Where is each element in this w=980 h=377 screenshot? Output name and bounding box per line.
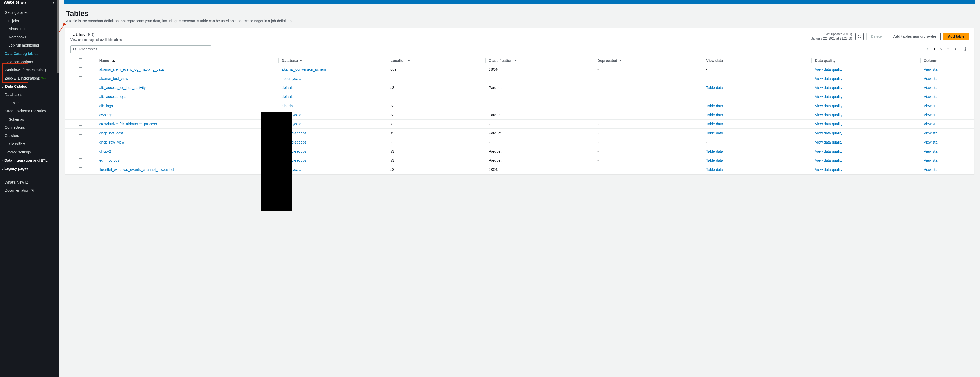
- page-3[interactable]: 3: [945, 46, 951, 52]
- data-quality-link[interactable]: View data quality: [815, 76, 842, 81]
- delete-button[interactable]: Delete: [866, 33, 886, 40]
- nav-section-data-integration[interactable]: Data Integration and ETL: [0, 156, 59, 165]
- table-name-link[interactable]: alb_logs: [99, 104, 113, 108]
- col-database[interactable]: Database: [278, 56, 387, 65]
- data-quality-link[interactable]: View data quality: [815, 140, 842, 144]
- nav-notebooks[interactable]: Notebooks: [0, 33, 59, 41]
- filter-tables-input[interactable]: [70, 45, 211, 53]
- database-link[interactable]: alb_db: [282, 104, 293, 108]
- view-stats-link[interactable]: View sta: [924, 167, 938, 172]
- nav-catalog-settings[interactable]: Catalog settings: [0, 148, 59, 156]
- row-checkbox[interactable]: [79, 67, 83, 71]
- data-quality-link[interactable]: View data quality: [815, 95, 842, 99]
- add-tables-crawler-button[interactable]: Add tables using crawler: [889, 33, 941, 40]
- table-name-link[interactable]: alb_access_log_http_activity: [99, 86, 146, 90]
- database-link[interactable]: default: [282, 95, 293, 99]
- view-stats-link[interactable]: View sta: [924, 131, 938, 135]
- view-stats-link[interactable]: View sta: [924, 67, 938, 72]
- database-link[interactable]: securitydata: [282, 76, 301, 81]
- col-view-data[interactable]: View data: [703, 56, 812, 65]
- data-quality-link[interactable]: View data quality: [815, 86, 842, 90]
- nav-workflows[interactable]: Workflows (orchestration): [0, 66, 59, 74]
- data-quality-link[interactable]: View data quality: [815, 104, 842, 108]
- select-all-checkbox[interactable]: [79, 58, 83, 62]
- database-link[interactable]: securitydata: [282, 122, 301, 126]
- table-name-link[interactable]: dhcpv2: [99, 149, 111, 153]
- nav-zero-etl[interactable]: Zero-ETL integrationsNew: [0, 74, 59, 83]
- view-stats-link[interactable]: View sta: [924, 158, 938, 162]
- nav-job-run-monitoring[interactable]: Job run monitoring: [0, 41, 59, 50]
- database-link[interactable]: iceberg-secops: [282, 149, 306, 153]
- row-checkbox[interactable]: [79, 167, 83, 171]
- row-checkbox[interactable]: [79, 158, 83, 162]
- col-classification[interactable]: Classification: [485, 56, 594, 65]
- nav-visual-etl[interactable]: Visual ETL: [0, 25, 59, 33]
- col-column[interactable]: Column: [921, 56, 974, 65]
- nav-schemas[interactable]: Schemas: [0, 115, 59, 124]
- nav-data-connections[interactable]: Data connections: [0, 58, 59, 66]
- row-checkbox[interactable]: [79, 76, 83, 80]
- row-checkbox[interactable]: [79, 122, 83, 126]
- page-1[interactable]: 1: [931, 46, 938, 52]
- nav-whats-new[interactable]: What's New: [0, 178, 59, 187]
- data-quality-link[interactable]: View data quality: [815, 149, 842, 153]
- database-link[interactable]: iceberg-secops: [282, 140, 306, 144]
- table-name-link[interactable]: fluentbit_windows_events_channel_powersh…: [99, 167, 174, 172]
- view-data-link[interactable]: Table data: [706, 86, 723, 90]
- row-checkbox[interactable]: [79, 113, 83, 116]
- database-link[interactable]: securitydata: [282, 113, 301, 117]
- nav-crawlers[interactable]: Crawlers: [0, 132, 59, 140]
- view-data-link[interactable]: Table data: [706, 149, 723, 153]
- row-checkbox[interactable]: [79, 140, 83, 144]
- view-stats-link[interactable]: View sta: [924, 140, 938, 144]
- view-stats-link[interactable]: View sta: [924, 76, 938, 81]
- nav-section-data-catalog[interactable]: Data Catalog: [0, 83, 59, 91]
- nav-connections[interactable]: Connections: [0, 124, 59, 132]
- row-checkbox[interactable]: [79, 95, 83, 98]
- scrollbar[interactable]: [57, 0, 59, 73]
- refresh-button[interactable]: [856, 33, 864, 40]
- nav-classifiers[interactable]: Classifiers: [0, 140, 59, 148]
- table-name-link[interactable]: dhcp_raw_view: [99, 140, 124, 144]
- data-quality-link[interactable]: View data quality: [815, 122, 842, 126]
- row-checkbox[interactable]: [79, 131, 83, 135]
- view-stats-link[interactable]: View sta: [924, 86, 938, 90]
- view-stats-link[interactable]: View sta: [924, 113, 938, 117]
- table-name-link[interactable]: akamai_siem_event_log_mapping_data: [99, 67, 164, 72]
- nav-etl-jobs[interactable]: ETL jobs: [0, 17, 59, 25]
- page-2[interactable]: 2: [938, 46, 945, 52]
- data-quality-link[interactable]: View data quality: [815, 167, 842, 172]
- data-quality-link[interactable]: View data quality: [815, 67, 842, 72]
- view-data-link[interactable]: Table data: [706, 122, 723, 126]
- view-stats-link[interactable]: View sta: [924, 149, 938, 153]
- view-stats-link[interactable]: View sta: [924, 95, 938, 99]
- view-stats-link[interactable]: View sta: [924, 122, 938, 126]
- view-data-link[interactable]: Table data: [706, 167, 723, 172]
- table-name-link[interactable]: edr_not_ocsf: [99, 158, 121, 162]
- nav-databases[interactable]: Databases: [0, 91, 59, 99]
- database-link[interactable]: iceberg-secops: [282, 131, 306, 135]
- row-checkbox[interactable]: [79, 149, 83, 153]
- data-quality-link[interactable]: View data quality: [815, 113, 842, 117]
- table-name-link[interactable]: dhcp_not_ocsf: [99, 131, 123, 135]
- col-deprecated[interactable]: Deprecated: [594, 56, 703, 65]
- nav-getting-started[interactable]: Getting started: [0, 9, 59, 17]
- table-name-link[interactable]: alb_access_logs: [99, 95, 126, 99]
- add-table-button[interactable]: Add table: [943, 33, 969, 40]
- prev-page-button[interactable]: [924, 46, 931, 52]
- row-checkbox[interactable]: [79, 86, 83, 89]
- nav-tables[interactable]: Tables: [0, 99, 59, 107]
- view-data-link[interactable]: Table data: [706, 113, 723, 117]
- nav-documentation[interactable]: Documentation: [0, 186, 59, 195]
- data-quality-link[interactable]: View data quality: [815, 158, 842, 162]
- col-name[interactable]: Name: [96, 56, 278, 65]
- collapse-sidebar-icon[interactable]: [52, 1, 56, 5]
- table-name-link[interactable]: crowdstrike_fdr_aidmaster_process: [99, 122, 157, 126]
- table-name-link[interactable]: awslogs: [99, 113, 113, 117]
- view-data-link[interactable]: Table data: [706, 104, 723, 108]
- next-page-button[interactable]: [951, 46, 959, 52]
- nav-stream-schema[interactable]: Stream schema registries: [0, 107, 59, 115]
- database-link[interactable]: default: [282, 86, 293, 90]
- database-link[interactable]: iceberg-secops: [282, 158, 306, 162]
- database-link[interactable]: securitydata: [282, 167, 301, 172]
